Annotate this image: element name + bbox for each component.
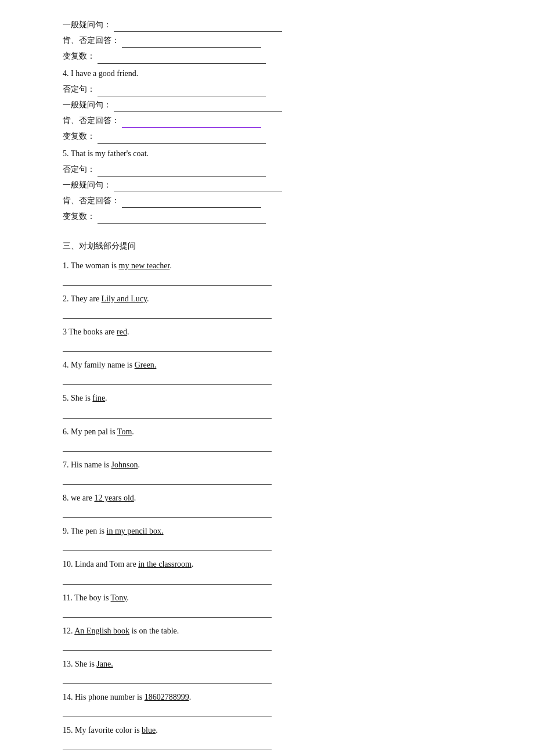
top-kenfou-label: 肯、否定回答： bbox=[63, 36, 120, 45]
s3-q9-underline: in my pencil box. bbox=[107, 527, 164, 535]
s3-q3-answer[interactable] bbox=[63, 341, 272, 352]
top-yiban-line: 一般疑问句： bbox=[63, 17, 471, 32]
q5-bianfushu-label: 变复数： bbox=[63, 212, 95, 221]
s3-q5-text: 5. She is fine. bbox=[63, 391, 471, 405]
top-bianfushu-line: 变复数： bbox=[63, 49, 471, 63]
q4-kenfou-fill[interactable] bbox=[122, 127, 261, 128]
top-yiban-label: 一般疑问句： bbox=[63, 20, 111, 29]
q5-bianfushu-line: 变复数： bbox=[63, 209, 471, 224]
s3-q1-underline: my new teacher bbox=[119, 261, 170, 270]
q4-bianfushu-line: 变复数： bbox=[63, 129, 471, 143]
q5-fouding-fill[interactable] bbox=[98, 176, 266, 177]
s3-q1-text: 1. The woman is my new teacher. bbox=[63, 258, 471, 273]
s3-q4-underline: Green. bbox=[135, 361, 157, 369]
q5-kenfou-fill[interactable] bbox=[122, 207, 261, 208]
s3-q3-text: 3 The books are red. bbox=[63, 325, 471, 339]
s3-q14-underline: 18602788999 bbox=[145, 693, 189, 701]
s3-q12-underline: An English book bbox=[74, 627, 129, 635]
s3-q14-answer[interactable] bbox=[63, 707, 272, 717]
s3-q8-text: 8. we are 12 years old. bbox=[63, 491, 471, 505]
q5-yiban-label: 一般疑问句： bbox=[63, 181, 111, 189]
s3-q4-text: 4. My family name is Green. bbox=[63, 358, 471, 372]
s3-q6-answer[interactable] bbox=[63, 441, 272, 452]
q4-fouding-line: 否定句： bbox=[63, 82, 471, 96]
top-kenfou-line: 肯、否定回答： bbox=[63, 33, 471, 48]
s3-q9-answer[interactable] bbox=[63, 541, 272, 551]
s3-q5-answer[interactable] bbox=[63, 408, 272, 419]
q4-bianfushu-fill[interactable] bbox=[98, 143, 266, 144]
q5-yiban-fill[interactable] bbox=[114, 192, 282, 192]
top-bianfushu-label: 变复数： bbox=[63, 52, 95, 60]
s3-q12-text: 12. An English book is on the table. bbox=[63, 624, 471, 638]
s3-q10-text: 10. Linda and Tom are in the classroom. bbox=[63, 557, 471, 571]
s3-q11-underline: Tony bbox=[111, 593, 127, 602]
q4-fouding-fill[interactable] bbox=[98, 96, 266, 96]
s3-q7-text: 7. His name is Johnson. bbox=[63, 458, 471, 472]
s3-q15-text: 15. My favorite color is blue. bbox=[63, 723, 471, 737]
q5-sentence: 5. That is my father's coat. bbox=[63, 146, 471, 161]
top-yiban-fill[interactable] bbox=[114, 31, 282, 32]
q4-fouding-label: 否定句： bbox=[63, 85, 95, 93]
q5-kenfou-line: 肯、否定回答： bbox=[63, 193, 471, 208]
s3-q6-text: 6. My pen pal is Tom. bbox=[63, 424, 471, 439]
s3-q3-underline: red bbox=[117, 327, 127, 336]
s3-q2-underline: Lily and Lucy bbox=[102, 294, 147, 303]
s3-q11-answer[interactable] bbox=[63, 607, 272, 618]
q4-bianfushu-label: 变复数： bbox=[63, 132, 95, 141]
s3-q10-answer[interactable] bbox=[63, 574, 272, 585]
q4-kenfou-line: 肯、否定回答： bbox=[63, 113, 471, 128]
q4-kenfou-label: 肯、否定回答： bbox=[63, 116, 120, 125]
s3-q11-text: 11. The boy is Tony. bbox=[63, 591, 471, 605]
s3-q14-text: 14. His phone number is 18602788999. bbox=[63, 690, 471, 704]
s3-q2-text: 2. They are Lily and Lucy. bbox=[63, 291, 471, 306]
s3-q13-underline: Jane. bbox=[96, 660, 113, 668]
s3-q2-answer[interactable] bbox=[63, 308, 272, 319]
s3-q6-underline: Tom bbox=[117, 427, 132, 436]
top-kenfou-fill[interactable] bbox=[122, 47, 261, 48]
s3-q12-answer[interactable] bbox=[63, 640, 272, 651]
q5-bianfushu-fill[interactable] bbox=[98, 223, 266, 224]
q4-yiban-fill[interactable] bbox=[114, 111, 282, 112]
s3-q10-underline: in the classroom bbox=[138, 560, 192, 568]
s3-q1-answer[interactable] bbox=[63, 275, 272, 286]
s3-q15-underline: blue bbox=[142, 726, 156, 735]
s3-q7-underline: Johnson bbox=[111, 460, 138, 469]
s3-q8-answer[interactable] bbox=[63, 507, 272, 518]
s3-q15-answer[interactable] bbox=[63, 740, 272, 750]
q5-yiban-line: 一般疑问句： bbox=[63, 178, 471, 192]
s3-q8-underline: 12 years old bbox=[94, 494, 134, 502]
s3-q5-underline: fine bbox=[92, 394, 105, 402]
q5-kenfou-label: 肯、否定回答： bbox=[63, 196, 120, 205]
q5-fouding-label: 否定句： bbox=[63, 165, 95, 174]
s3-q13-answer[interactable] bbox=[63, 674, 272, 684]
q4-yiban-label: 一般疑问句： bbox=[63, 100, 111, 109]
s3-q9-text: 9. The pen is in my pencil box. bbox=[63, 524, 471, 538]
s3-q4-answer[interactable] bbox=[63, 375, 272, 385]
s3-q13-text: 13. She is Jane. bbox=[63, 657, 471, 671]
section3-title: 三、对划线部分提问 bbox=[63, 239, 471, 253]
q4-yiban-line: 一般疑问句： bbox=[63, 98, 471, 112]
q4-sentence: 4. I have a good friend. bbox=[63, 66, 471, 81]
top-bianfushu-fill[interactable] bbox=[98, 63, 266, 64]
s3-q7-answer[interactable] bbox=[63, 474, 272, 485]
q5-fouding-line: 否定句： bbox=[63, 162, 471, 177]
